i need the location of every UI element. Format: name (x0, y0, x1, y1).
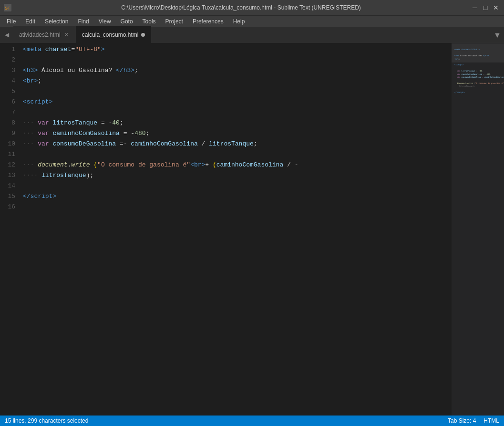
line-num-3: 3 (0, 65, 15, 76)
code-line-1: <meta charset="UTF-8"> (23, 44, 452, 55)
minimize-button[interactable]: ─ (471, 3, 479, 12)
tab-close-atividades2[interactable]: ✕ (63, 31, 70, 38)
line-num-7: 7 (0, 107, 15, 118)
line-num-13: 13 (0, 170, 15, 181)
line-num-9: 9 (0, 128, 15, 139)
status-selection: 15 lines, 299 characters selected (5, 417, 88, 424)
code-line-8: ··· var litrosTanque = -40; (23, 118, 452, 128)
status-bar: 15 lines, 299 characters selected Tab Si… (0, 416, 504, 426)
line-num-6: 6 (0, 97, 15, 107)
minimap-highlight (452, 43, 504, 62)
menu-goto[interactable]: Goto (116, 16, 138, 27)
maximize-button[interactable]: □ (481, 3, 490, 12)
title-bar: ST C:\Users\Micro\Desktop\Lógica Tuxa\ca… (0, 0, 504, 15)
code-line-10: ··· var consumoDeGasolina =- caminhoComG… (23, 139, 452, 149)
close-button[interactable]: ✕ (492, 3, 500, 12)
code-line-9: ··· var caminhoComGasolina = -480; (23, 128, 452, 139)
status-tabsize[interactable]: Tab Size: 4 (448, 417, 476, 424)
tab-bar: ◀ atividades2.html ✕ calcula_consumo.htm… (0, 27, 504, 43)
line-num-8: 8 (0, 118, 15, 128)
menu-selection[interactable]: Selection (40, 16, 73, 27)
code-line-6: <script> (23, 97, 452, 107)
line-num-12: 12 (0, 160, 15, 170)
minimap: <meta charset="UTF-8"> <h3> Álcool ou Ga… (452, 43, 504, 416)
tab-dropdown[interactable]: ▼ (491, 27, 504, 43)
status-left: 15 lines, 299 characters selected (5, 417, 88, 424)
window-controls: ─ □ ✕ (471, 3, 500, 12)
code-line-5 (23, 86, 452, 97)
code-line-13: ···· litrosTanque); (23, 170, 452, 181)
line-num-15: 15 (0, 191, 15, 202)
status-right: Tab Size: 4 HTML (448, 417, 499, 424)
tab-calcula-consumo[interactable]: calcula_consumo.html (76, 26, 152, 43)
line-num-14: 14 (0, 181, 15, 191)
menu-file[interactable]: File (2, 16, 21, 27)
tab-modified-dot (141, 33, 145, 37)
window-title: C:\Users\Micro\Desktop\Lógica Tuxa\calcu… (15, 4, 467, 11)
line-numbers: 1 2 3 4 5 6 7 8 9 10 11 12 13 14 15 16 (0, 43, 20, 416)
line-num-5: 5 (0, 86, 15, 97)
status-language[interactable]: HTML (483, 417, 499, 424)
line-num-10: 10 (0, 139, 15, 149)
line-num-4: 4 (0, 76, 15, 86)
menu-project[interactable]: Project (161, 16, 188, 27)
tab-label-active: calcula_consumo.html (82, 31, 139, 38)
code-line-2 (23, 55, 452, 65)
menu-find[interactable]: Find (73, 16, 93, 27)
menu-help[interactable]: Help (228, 16, 250, 27)
app-icon: ST (4, 4, 11, 11)
line-num-2: 2 (0, 55, 15, 65)
menu-view[interactable]: View (94, 16, 116, 27)
tab-scroll-left[interactable]: ◀ (0, 26, 13, 43)
code-line-14 (23, 181, 452, 191)
code-line-3: <h3> Álcool ou Gasolina? </h3>; (23, 65, 452, 76)
menu-edit[interactable]: Edit (21, 16, 40, 27)
code-line-7 (23, 107, 452, 118)
svg-text:ST: ST (5, 6, 10, 10)
line-num-11: 11 (0, 149, 15, 160)
code-line-15: </script> (23, 191, 452, 202)
line-num-16: 16 (0, 202, 15, 212)
menu-bar: File Edit Selection Find View Goto Tools… (0, 15, 504, 27)
tab-label: atividades2.html (19, 31, 61, 38)
menu-preferences[interactable]: Preferences (188, 16, 228, 27)
editor-main: 1 2 3 4 5 6 7 8 9 10 11 12 13 14 15 16 <… (0, 43, 504, 416)
code-line-12: ··· document.write ("O consumo de gasoli… (23, 160, 452, 170)
menu-tools[interactable]: Tools (138, 16, 161, 27)
code-line-16 (23, 202, 452, 212)
code-line-4: <br>; (23, 76, 452, 86)
code-line-11 (23, 149, 452, 160)
tab-atividades2[interactable]: atividades2.html ✕ (13, 26, 76, 43)
line-num-1: 1 (0, 44, 15, 55)
code-editor[interactable]: <meta charset="UTF-8"> <h3> Álcool ou Ga… (20, 43, 452, 416)
